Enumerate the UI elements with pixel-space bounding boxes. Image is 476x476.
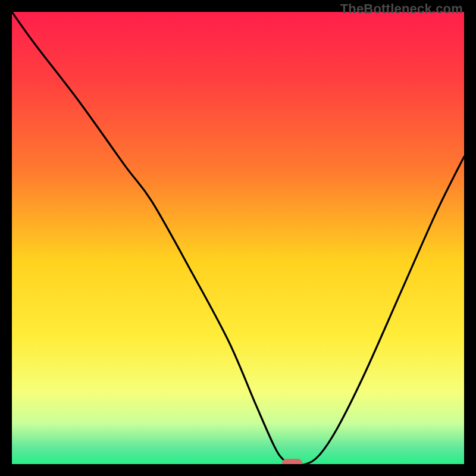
optimal-marker (282, 459, 302, 464)
chart-frame: TheBottleneck.com (0, 0, 476, 476)
plot-area (12, 12, 464, 464)
watermark-text: TheBottleneck.com (340, 1, 463, 17)
bottleneck-curve (12, 12, 464, 464)
